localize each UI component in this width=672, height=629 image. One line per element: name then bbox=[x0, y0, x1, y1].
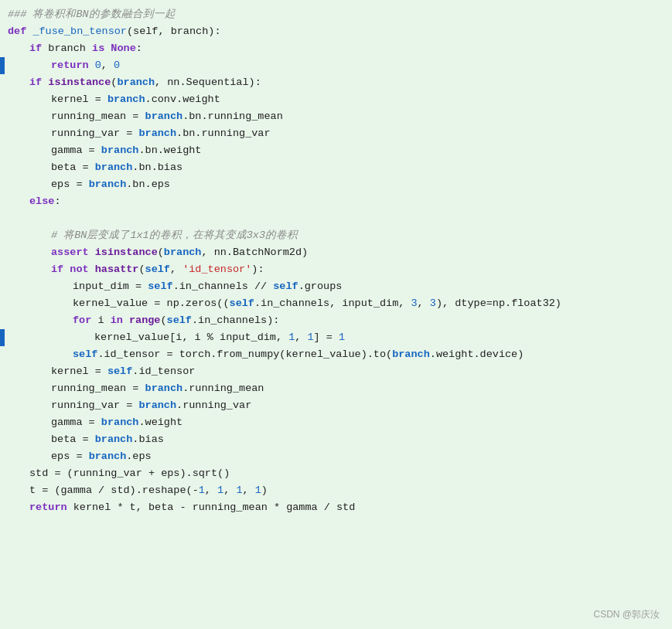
line-item: running_var = branch.bn.running_var bbox=[0, 125, 672, 142]
line-item: return kernel * t, beta - running_mean *… bbox=[0, 499, 672, 516]
line-text: if branch is None: bbox=[5, 40, 669, 57]
line-text: running_mean = branch.bn.running_mean bbox=[5, 108, 669, 125]
line-item: if not hasattr(self, 'id_tensor'): bbox=[0, 261, 672, 278]
line-item bbox=[0, 210, 672, 227]
line-item: gamma = branch.bn.weight bbox=[0, 142, 672, 159]
line-item: running_mean = branch.bn.running_mean bbox=[0, 108, 672, 125]
line-item: beta = branch.bias bbox=[0, 431, 672, 448]
line-text: for i in range(self.in_channels): bbox=[5, 312, 669, 329]
line-text: gamma = branch.bn.weight bbox=[5, 142, 669, 159]
line-item: std = (running_var + eps).sqrt() bbox=[0, 465, 672, 482]
line-item: if isinstance(branch, nn.Sequential): bbox=[0, 74, 672, 91]
line-text: ### 将卷积和BN的参数融合到一起 bbox=[5, 6, 669, 23]
line-text: else: bbox=[5, 193, 669, 210]
line-item: assert isinstance(branch, nn.BatchNorm2d… bbox=[0, 244, 672, 261]
line-text: beta = branch.bias bbox=[5, 431, 669, 448]
line-item: t = (gamma / std).reshape(-1, 1, 1, 1) bbox=[0, 482, 672, 499]
line-text: def _fuse_bn_tensor(self, branch): bbox=[5, 23, 669, 40]
line-item: # 将BN层变成了1x1的卷积，在将其变成3x3的卷积 bbox=[0, 227, 672, 244]
line-item: eps = branch.bn.eps bbox=[0, 176, 672, 193]
line-text: # 将BN层变成了1x1的卷积，在将其变成3x3的卷积 bbox=[5, 227, 669, 244]
line-text: if not hasattr(self, 'id_tensor'): bbox=[5, 261, 669, 278]
line-text bbox=[5, 210, 669, 227]
line-text: kernel = branch.conv.weight bbox=[5, 91, 669, 108]
line-text: beta = branch.bn.bias bbox=[5, 159, 669, 176]
line-text: kernel = self.id_tensor bbox=[5, 363, 669, 380]
line-text: running_var = branch.running_var bbox=[5, 397, 669, 414]
line-text: kernel_value = np.zeros((self.in_channel… bbox=[5, 295, 669, 312]
line-item: ### 将卷积和BN的参数融合到一起 bbox=[0, 6, 672, 23]
line-text: running_var = branch.bn.running_var bbox=[5, 125, 669, 142]
line-text: if isinstance(branch, nn.Sequential): bbox=[5, 74, 669, 91]
line-item: beta = branch.bn.bias bbox=[0, 159, 672, 176]
line-text: self.id_tensor = torch.from_numpy(kernel… bbox=[5, 346, 669, 363]
line-text: eps = branch.eps bbox=[5, 448, 669, 465]
line-item: kernel_value[i, i % input_dim, 1, 1] = 1 bbox=[0, 329, 672, 346]
line-text: input_dim = self.in_channels // self.gro… bbox=[5, 278, 669, 295]
line-item: return 0, 0 bbox=[0, 57, 672, 74]
line-item: running_mean = branch.running_mean bbox=[0, 380, 672, 397]
line-item: kernel = branch.conv.weight bbox=[0, 91, 672, 108]
line-item: gamma = branch.weight bbox=[0, 414, 672, 431]
line-item: input_dim = self.in_channels // self.gro… bbox=[0, 278, 672, 295]
line-item: def _fuse_bn_tensor(self, branch): bbox=[0, 23, 672, 40]
line-item: eps = branch.eps bbox=[0, 448, 672, 465]
line-text: return kernel * t, beta - running_mean *… bbox=[5, 499, 669, 516]
line-text: running_mean = branch.running_mean bbox=[5, 380, 669, 397]
line-item: kernel_value = np.zeros((self.in_channel… bbox=[0, 295, 672, 312]
line-item: self.id_tensor = torch.from_numpy(kernel… bbox=[0, 346, 672, 363]
line-text: t = (gamma / std).reshape(-1, 1, 1, 1) bbox=[5, 482, 669, 499]
line-item: kernel = self.id_tensor bbox=[0, 363, 672, 380]
line-text: return 0, 0 bbox=[5, 57, 669, 74]
line-item: for i in range(self.in_channels): bbox=[0, 312, 672, 329]
line-text: kernel_value[i, i % input_dim, 1, 1] = 1 bbox=[5, 329, 669, 346]
line-item: running_var = branch.running_var bbox=[0, 397, 672, 414]
line-text: assert isinstance(branch, nn.BatchNorm2d… bbox=[5, 244, 669, 261]
line-text: gamma = branch.weight bbox=[5, 414, 669, 431]
line-text: eps = branch.bn.eps bbox=[5, 176, 669, 193]
line-item: else: bbox=[0, 193, 672, 210]
watermark-text: CSDN @郭庆汝 bbox=[593, 608, 660, 621]
line-text: std = (running_var + eps).sqrt() bbox=[5, 465, 669, 482]
line-item: if branch is None: bbox=[0, 40, 672, 57]
code-block: ### 将卷积和BN的参数融合到一起def _fuse_bn_tensor(se… bbox=[0, 0, 672, 629]
